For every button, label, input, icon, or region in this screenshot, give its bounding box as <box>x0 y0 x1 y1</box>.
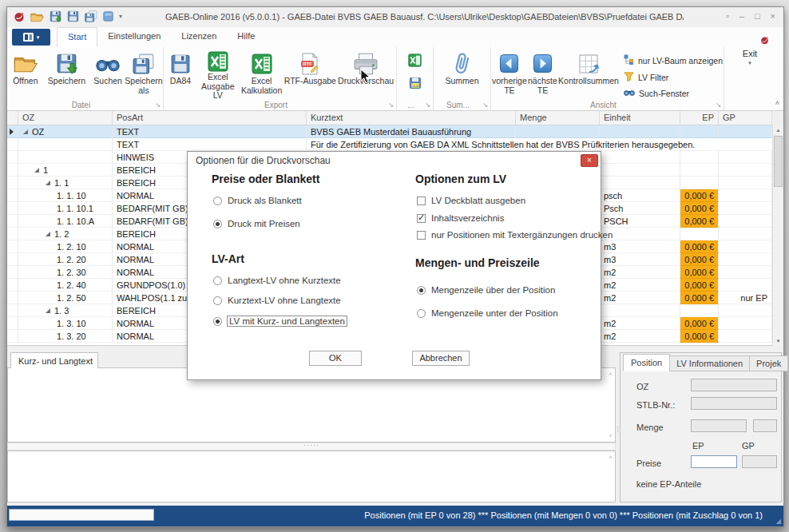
button-label: Excel Ausgabe LV <box>196 73 240 101</box>
expander-icon[interactable] <box>46 232 50 236</box>
exit-button[interactable]: Exit ▾ <box>725 49 775 66</box>
option-label: nur Positionen mit Textergänzungen druck… <box>431 230 613 240</box>
cell-oz: 1. 1. 10.A <box>18 215 113 228</box>
tree-icon <box>624 54 634 66</box>
window-extra-button[interactable]: ▫ <box>726 10 729 22</box>
tab-kurz-und-langtext[interactable]: Kurz- und Langtext <box>10 352 98 368</box>
radio-lv-kurz-und-langtext[interactable]: LV mit Kurz- und Langtexten <box>213 316 347 326</box>
tab-einstellungen[interactable]: Einstellungen <box>97 27 171 47</box>
app-menu-button[interactable]: ▾ <box>12 29 50 46</box>
dialog-launcher-icon[interactable]: ↘ <box>388 101 394 109</box>
mengen-preiszeile-heading: Mengen- und Preiszeile <box>415 256 540 269</box>
expander-icon[interactable] <box>46 308 50 313</box>
quick-access-dropdown-icon[interactable]: ▾ <box>119 13 122 20</box>
radio-mengenzeile-ueber[interactable]: Mengenzeile über der Position <box>417 285 555 295</box>
radio-druck-als-blankett[interactable]: Druck als Blankett <box>213 196 302 205</box>
tab-position[interactable]: Position <box>623 354 670 371</box>
radio-druck-mit-preisen[interactable]: Druck mit Preisen <box>213 219 300 228</box>
tab-start[interactable]: Start <box>57 27 97 47</box>
button-label: Suchen <box>93 77 122 86</box>
excel-icon <box>208 51 228 72</box>
tab-hilfe[interactable]: Hilfe <box>227 27 265 47</box>
scrollbar-thumb[interactable] <box>774 136 783 187</box>
grid-scrollbar[interactable]: ▲ ▼ <box>772 125 783 346</box>
oeffnen-button[interactable]: Öffnen <box>8 49 43 100</box>
excel-kalkulation-button[interactable]: Excel Kalkulation <box>240 49 284 100</box>
mini-scroll-down-icon[interactable]: ˅ <box>609 432 613 439</box>
save-icon[interactable] <box>50 10 61 22</box>
minimize-button[interactable]: – <box>739 10 744 22</box>
scroll-down-icon[interactable]: ▼ <box>773 336 783 346</box>
tab-lv-informationen[interactable]: LV Informationen <box>669 355 750 371</box>
resize-grip-icon[interactable]: ◢ <box>776 518 781 525</box>
tab-projekt[interactable]: Projek <box>749 355 788 371</box>
speichern-als-button[interactable]: Speichern als <box>125 49 162 100</box>
radio-langtext-lv[interactable]: Langtext-LV ohne Kurztexte <box>213 276 341 285</box>
maximize-button[interactable]: □ <box>755 10 760 22</box>
cell-oz: 1. 3. 20 <box>18 330 113 343</box>
expander-icon[interactable] <box>34 168 39 173</box>
tab-lizenzen[interactable]: Lizenzen <box>171 27 227 47</box>
abbrechen-button[interactable]: Abbrechen <box>412 351 470 366</box>
nur-lv-baum-anzeigen-toggle[interactable]: nur LV-Baum anzeigen <box>624 54 723 66</box>
ok-button[interactable]: OK <box>309 351 362 366</box>
button-label: vorherige TE <box>492 77 527 95</box>
option-label: Inhaltsverzeichnis <box>431 213 504 223</box>
expander-icon[interactable] <box>46 181 50 185</box>
check-lv-deckblatt[interactable]: LV Deckblatt ausgeben <box>417 196 525 205</box>
langtext-area-lower[interactable]: ˄ <box>7 451 616 502</box>
table-row[interactable]: TEXTFür die Zertifizierung von GAEB DA X… <box>7 138 772 151</box>
checkbox-icon <box>417 197 426 205</box>
lv-filter-toggle[interactable]: LV Filter <box>624 71 723 83</box>
funnel-icon <box>624 71 634 83</box>
check-inhaltsverzeichnis[interactable]: Inhaltsverzeichnis <box>417 213 504 223</box>
dialog-close-button[interactable]: × <box>581 154 598 167</box>
table-row[interactable]: OZTEXTBVBS GAEB Musterdatei Bauausführun… <box>7 125 772 138</box>
header-einheit[interactable]: Einheit <box>600 111 680 125</box>
excel-small-button[interactable] <box>408 54 422 70</box>
button-label: DA84 <box>170 77 191 86</box>
expander-icon[interactable] <box>23 129 28 134</box>
header-kurztext[interactable]: Kurztext <box>307 111 516 125</box>
header-menge[interactable]: Menge <box>516 111 600 125</box>
header-gp[interactable]: GP <box>719 111 772 125</box>
excel-ausgabe-lv-button[interactable]: Excel Ausgabe LV <box>196 49 240 100</box>
radio-icon <box>417 286 426 295</box>
cell-gp <box>719 202 772 215</box>
da84-button[interactable]: DA84 <box>165 49 196 100</box>
window-icon[interactable] <box>103 11 113 22</box>
horizontal-splitter[interactable]: ····· <box>7 443 616 451</box>
such-fenster-toggle[interactable]: Such-Fenster <box>624 88 723 98</box>
quick-access-toolbar: ▾ <box>14 10 122 22</box>
header-oz[interactable]: OZ <box>18 111 113 125</box>
dialog-launcher-icon[interactable]: ↘ <box>425 101 430 109</box>
mini-scroll-up-icon[interactable]: ˄ <box>609 371 613 378</box>
checkbox-icon <box>417 231 426 240</box>
rtf-ausgabe-button[interactable]: RTF RTF-Ausgabe <box>283 49 336 100</box>
close-button[interactable]: × <box>771 10 775 22</box>
vorherige-te-button[interactable]: vorherige TE <box>492 49 527 100</box>
ep-input[interactable] <box>691 455 737 468</box>
save-as-icon[interactable] <box>85 10 97 22</box>
dialog-launcher-icon[interactable]: ↘ <box>155 101 161 109</box>
dialog-launcher-icon[interactable]: ↘ <box>482 101 488 109</box>
summen-button[interactable]: Summen <box>437 49 488 100</box>
save-file-icon[interactable] <box>67 10 79 22</box>
kontrollsummen-button[interactable]: Kontrollsummen <box>558 49 619 100</box>
radio-mengenzeile-unter[interactable]: Mengenzeile unter der Position <box>417 308 558 318</box>
panel-tabs: Position LV Informationen Projek ‹ › <box>623 354 789 371</box>
cell-gp <box>719 304 772 317</box>
header-posart[interactable]: PosArt <box>113 111 307 125</box>
header-ep[interactable]: EP <box>680 111 719 125</box>
ribbon-collapse-icon[interactable]: ˄ <box>775 99 779 107</box>
open-folder-icon[interactable] <box>30 11 44 22</box>
scroll-up-icon[interactable]: ▲ <box>773 125 783 135</box>
speichern-button[interactable]: Speichern <box>43 49 91 100</box>
mini-scroll-up-icon[interactable]: ˄ <box>609 454 613 461</box>
check-nur-textergaenzungen[interactable]: nur Positionen mit Textergänzungen druck… <box>417 230 613 240</box>
radio-kurztext-lv[interactable]: Kurztext-LV ohne Langtexte <box>213 296 341 305</box>
suchen-button[interactable]: Suchen <box>90 49 125 100</box>
save-small-button[interactable] <box>409 77 422 93</box>
naechste-te-button[interactable]: nächste TE <box>527 49 558 100</box>
dialog-launcher-icon[interactable]: ↘ <box>716 101 721 109</box>
